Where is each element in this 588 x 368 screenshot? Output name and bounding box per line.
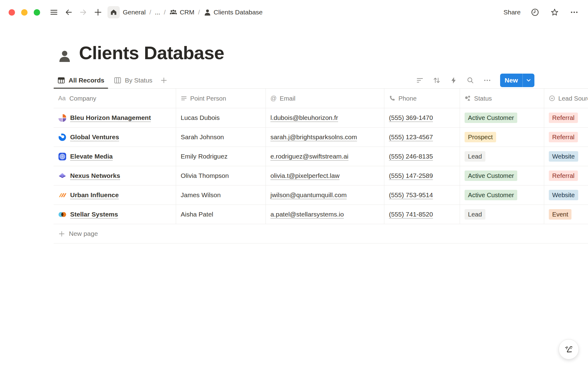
company-cell[interactable]: Urban Influence — [54, 186, 176, 205]
lead-source-cell[interactable]: Website — [544, 186, 588, 205]
email-cell[interactable]: jwilson@quantumquill.com — [266, 186, 384, 205]
company-name[interactable]: Global Ventures — [70, 133, 119, 141]
breadcrumb-workspace[interactable]: General — [123, 9, 146, 16]
phone-cell[interactable]: (555) 741-8520 — [384, 205, 460, 224]
column-header-company[interactable]: Aa Company — [54, 89, 176, 108]
status-cell[interactable]: Active Customer — [460, 166, 544, 185]
breadcrumb-crm[interactable]: CRM — [169, 8, 194, 16]
company-name[interactable]: Urban Influence — [70, 191, 119, 199]
phone-cell[interactable]: (555) 123-4567 — [384, 128, 460, 147]
table-row[interactable]: Nexus Networks Olivia Thompson olivia.t@… — [54, 166, 588, 186]
phone-cell[interactable]: (555) 246-8135 — [384, 147, 460, 166]
phone-link[interactable]: (555) 246-8135 — [389, 153, 433, 160]
company-cell[interactable]: Bleu Horizon Management — [54, 108, 176, 127]
company-name[interactable]: Stellar Systems — [70, 211, 118, 218]
new-tab-icon[interactable] — [93, 7, 103, 17]
add-view-icon[interactable] — [159, 75, 169, 86]
page-title[interactable]: Clients Database — [79, 43, 224, 63]
phone-link[interactable]: (555) 369-1470 — [389, 114, 433, 121]
lead-source-cell[interactable]: Referral — [544, 108, 588, 127]
table-row[interactable]: Stellar Systems Aisha Patel a.patel@stel… — [54, 205, 588, 224]
breadcrumb: General / ... / CRM / Clien — [123, 8, 263, 16]
email-link[interactable]: l.dubois@bleuhorizon.fr — [270, 114, 338, 121]
company-name[interactable]: Elevate Media — [70, 153, 113, 160]
new-page-row[interactable]: New page — [54, 224, 588, 243]
page-person-icon[interactable] — [58, 49, 72, 63]
chevron-down-icon[interactable] — [523, 77, 534, 83]
email-link[interactable]: olivia.t@pixelperfect.law — [270, 172, 340, 179]
email-link[interactable]: a.patel@stellarsystems.io — [270, 211, 344, 218]
close-window-button[interactable] — [9, 9, 15, 16]
tab-all-records[interactable]: All Records — [54, 72, 108, 88]
lead-source-cell[interactable]: Referral — [544, 166, 588, 185]
point-person-cell[interactable]: Emily Rodriguez — [176, 147, 266, 166]
column-header-point-person[interactable]: Point Person — [176, 89, 266, 108]
point-person-cell[interactable]: Aisha Patel — [176, 205, 266, 224]
status-cell[interactable]: Prospect — [460, 128, 544, 147]
view-more-icon[interactable] — [483, 76, 491, 84]
forward-icon[interactable] — [78, 7, 89, 17]
lead-source-cell[interactable]: Event — [544, 205, 588, 224]
share-button[interactable]: Share — [503, 9, 521, 16]
favorite-star-icon[interactable] — [549, 7, 560, 17]
phone-cell[interactable]: (555) 753-9514 — [384, 186, 460, 205]
company-cell[interactable]: Nexus Networks — [54, 166, 176, 185]
minimize-window-button[interactable] — [21, 9, 28, 16]
email-link[interactable]: sarah.j@brightsparksolns.com — [270, 133, 357, 141]
email-link[interactable]: jwilson@quantumquill.com — [270, 191, 347, 199]
table-row[interactable]: Bleu Horizon Management Lucas Dubois l.d… — [54, 108, 588, 128]
back-icon[interactable] — [63, 7, 74, 17]
status-badge: Lead — [465, 151, 485, 162]
column-header-status[interactable]: Status — [460, 89, 544, 108]
phone-link[interactable]: (555) 741-8520 — [389, 211, 433, 218]
zoom-window-button[interactable] — [34, 9, 40, 16]
point-person-cell[interactable]: Lucas Dubois — [176, 108, 266, 127]
tab-all-records-label: All Records — [69, 77, 104, 84]
breadcrumb-ellipsis[interactable]: ... — [155, 9, 160, 16]
point-person-cell[interactable]: Sarah Johnson — [176, 128, 266, 147]
search-icon[interactable] — [466, 76, 474, 84]
status-cell[interactable]: Active Customer — [460, 186, 544, 205]
point-person-cell[interactable]: James Wilson — [176, 186, 266, 205]
home-icon[interactable] — [107, 6, 120, 18]
notion-ai-button[interactable] — [559, 339, 579, 359]
email-cell[interactable]: olivia.t@pixelperfect.law — [266, 166, 384, 185]
status-cell[interactable]: Active Customer — [460, 108, 544, 127]
phone-cell[interactable]: (555) 147-2589 — [384, 166, 460, 185]
updates-clock-icon[interactable] — [530, 7, 540, 17]
column-header-phone[interactable]: Phone — [384, 89, 460, 108]
email-link[interactable]: e.rodriguez@swiftstream.ai — [270, 153, 349, 160]
company-cell[interactable]: Global Ventures — [54, 128, 176, 147]
tab-by-status[interactable]: By Status — [110, 72, 156, 88]
company-name[interactable]: Bleu Horizon Management — [70, 114, 151, 121]
company-name[interactable]: Nexus Networks — [70, 172, 120, 179]
phone-link[interactable]: (555) 123-4567 — [389, 133, 433, 141]
lead-source-cell[interactable]: Referral — [544, 128, 588, 147]
breadcrumb-page[interactable]: Clients Database — [204, 9, 263, 16]
email-cell[interactable]: sarah.j@brightsparksolns.com — [266, 128, 384, 147]
email-cell[interactable]: a.patel@stellarsystems.io — [266, 205, 384, 224]
phone-link[interactable]: (555) 147-2589 — [389, 172, 433, 179]
company-cell[interactable]: Stellar Systems — [54, 205, 176, 224]
phone-link[interactable]: (555) 753-9514 — [389, 191, 433, 199]
column-header-email[interactable]: @ Email — [266, 89, 384, 108]
company-cell[interactable]: Elevate Media — [54, 147, 176, 166]
table-row[interactable]: Global Ventures Sarah Johnson sarah.j@br… — [54, 128, 588, 147]
column-header-lead-source[interactable]: Lead Source — [544, 89, 588, 108]
table-row[interactable]: Elevate Media Emily Rodriguez e.rodrigue… — [54, 147, 588, 166]
lead-source-cell[interactable]: Website — [544, 147, 588, 166]
new-record-button[interactable]: New — [500, 74, 534, 87]
phone-cell[interactable]: (555) 369-1470 — [384, 108, 460, 127]
email-cell[interactable]: e.rodriguez@swiftstream.ai — [266, 147, 384, 166]
filter-icon[interactable] — [416, 76, 424, 84]
sort-icon[interactable] — [433, 76, 441, 84]
email-cell[interactable]: l.dubois@bleuhorizon.fr — [266, 108, 384, 127]
sidebar-menu-icon[interactable] — [49, 7, 59, 17]
traffic-lights — [9, 9, 40, 16]
status-cell[interactable]: Lead — [460, 147, 544, 166]
status-cell[interactable]: Lead — [460, 205, 544, 224]
point-person-cell[interactable]: Olivia Thompson — [176, 166, 266, 185]
table-row[interactable]: Urban Influence James Wilson jwilson@qua… — [54, 186, 588, 205]
lightning-icon[interactable] — [450, 76, 458, 84]
more-options-icon[interactable] — [569, 7, 579, 17]
